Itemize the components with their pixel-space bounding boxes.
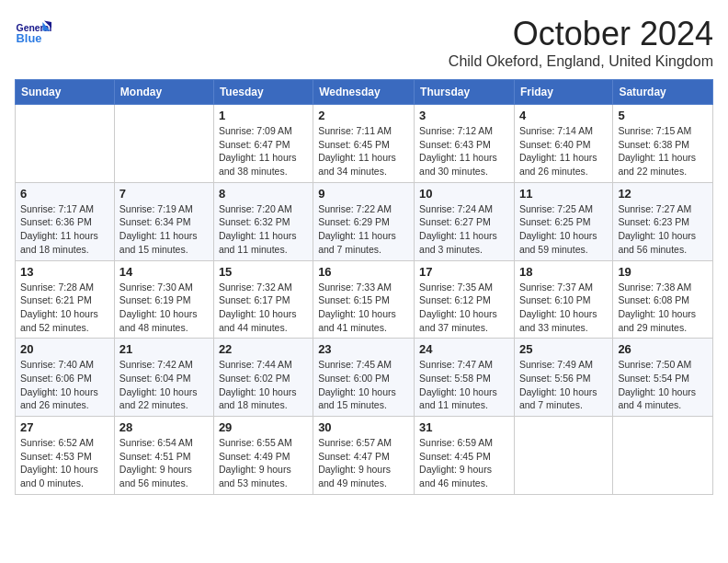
- day-info: Sunrise: 6:54 AM Sunset: 4:51 PM Dayligh…: [119, 436, 209, 490]
- header-thursday: Thursday: [415, 80, 515, 105]
- calendar-cell: [514, 417, 612, 495]
- header-saturday: Saturday: [613, 80, 713, 105]
- header-monday: Monday: [114, 80, 213, 105]
- day-number: 18: [519, 265, 608, 279]
- page-header: General Blue October 2024 Child Okeford,…: [15, 15, 713, 70]
- calendar-cell: [613, 417, 713, 495]
- calendar-header: SundayMondayTuesdayWednesdayThursdayFrid…: [16, 80, 713, 105]
- calendar-cell: [16, 105, 115, 183]
- day-info: Sunrise: 7:44 AM Sunset: 6:02 PM Dayligh…: [219, 358, 308, 412]
- calendar-cell: 1Sunrise: 7:09 AM Sunset: 6:47 PM Daylig…: [213, 105, 313, 183]
- calendar-cell: 21Sunrise: 7:42 AM Sunset: 6:04 PM Dayli…: [114, 339, 213, 417]
- calendar-cell: 16Sunrise: 7:33 AM Sunset: 6:15 PM Dayli…: [313, 260, 415, 339]
- day-number: 21: [119, 342, 209, 356]
- calendar-cell: 12Sunrise: 7:27 AM Sunset: 6:23 PM Dayli…: [613, 182, 713, 260]
- svg-text:Blue: Blue: [17, 31, 42, 45]
- calendar-cell: 25Sunrise: 7:49 AM Sunset: 5:56 PM Dayli…: [514, 339, 612, 417]
- day-number: 24: [419, 342, 509, 356]
- day-info: Sunrise: 6:52 AM Sunset: 4:53 PM Dayligh…: [20, 436, 109, 490]
- day-info: Sunrise: 7:28 AM Sunset: 6:21 PM Dayligh…: [20, 281, 109, 335]
- calendar-cell: 27Sunrise: 6:52 AM Sunset: 4:53 PM Dayli…: [16, 417, 115, 495]
- calendar-cell: 31Sunrise: 6:59 AM Sunset: 4:45 PM Dayli…: [415, 417, 515, 495]
- day-info: Sunrise: 7:47 AM Sunset: 5:58 PM Dayligh…: [419, 358, 509, 412]
- calendar-cell: 8Sunrise: 7:20 AM Sunset: 6:32 PM Daylig…: [213, 182, 313, 260]
- calendar-cell: 30Sunrise: 6:57 AM Sunset: 4:47 PM Dayli…: [313, 417, 415, 495]
- header-friday: Friday: [514, 80, 612, 105]
- day-number: 26: [618, 342, 708, 356]
- day-info: Sunrise: 7:40 AM Sunset: 6:06 PM Dayligh…: [20, 358, 109, 412]
- week-row-4: 27Sunrise: 6:52 AM Sunset: 4:53 PM Dayli…: [16, 417, 713, 495]
- week-row-2: 13Sunrise: 7:28 AM Sunset: 6:21 PM Dayli…: [16, 260, 713, 339]
- day-info: Sunrise: 6:55 AM Sunset: 4:49 PM Dayligh…: [219, 436, 308, 490]
- day-info: Sunrise: 7:49 AM Sunset: 5:56 PM Dayligh…: [519, 358, 608, 412]
- calendar-cell: 5Sunrise: 7:15 AM Sunset: 6:38 PM Daylig…: [613, 105, 713, 183]
- day-number: 14: [119, 265, 209, 279]
- day-info: Sunrise: 7:14 AM Sunset: 6:40 PM Dayligh…: [519, 124, 608, 178]
- header-tuesday: Tuesday: [213, 80, 313, 105]
- day-number: 16: [318, 265, 409, 279]
- calendar-cell: [114, 105, 213, 183]
- day-info: Sunrise: 7:19 AM Sunset: 6:34 PM Dayligh…: [119, 202, 209, 257]
- day-number: 8: [219, 187, 308, 201]
- day-number: 25: [519, 342, 608, 356]
- day-number: 3: [419, 109, 509, 122]
- calendar-cell: 20Sunrise: 7:40 AM Sunset: 6:06 PM Dayli…: [16, 339, 115, 417]
- day-info: Sunrise: 7:42 AM Sunset: 6:04 PM Dayligh…: [119, 358, 209, 412]
- calendar-cell: 22Sunrise: 7:44 AM Sunset: 6:02 PM Dayli…: [213, 339, 313, 417]
- location-subtitle: Child Okeford, England, United Kingdom: [449, 53, 713, 70]
- day-number: 19: [618, 265, 708, 279]
- day-info: Sunrise: 7:17 AM Sunset: 6:36 PM Dayligh…: [20, 202, 109, 257]
- calendar-cell: 29Sunrise: 6:55 AM Sunset: 4:49 PM Dayli…: [213, 417, 313, 495]
- title-section: October 2024 Child Okeford, England, Uni…: [449, 15, 713, 70]
- calendar-cell: 15Sunrise: 7:32 AM Sunset: 6:17 PM Dayli…: [213, 260, 313, 339]
- day-number: 7: [119, 187, 209, 201]
- day-number: 2: [318, 109, 409, 122]
- calendar-cell: 6Sunrise: 7:17 AM Sunset: 6:36 PM Daylig…: [16, 182, 115, 260]
- day-number: 27: [20, 420, 109, 434]
- day-number: 20: [20, 342, 109, 356]
- day-info: Sunrise: 7:15 AM Sunset: 6:38 PM Dayligh…: [618, 124, 708, 178]
- day-info: Sunrise: 7:11 AM Sunset: 6:45 PM Dayligh…: [318, 124, 409, 178]
- day-info: Sunrise: 7:27 AM Sunset: 6:23 PM Dayligh…: [618, 202, 708, 257]
- header-row: SundayMondayTuesdayWednesdayThursdayFrid…: [16, 80, 713, 105]
- day-number: 31: [419, 420, 509, 434]
- calendar-cell: 13Sunrise: 7:28 AM Sunset: 6:21 PM Dayli…: [16, 260, 115, 339]
- calendar-cell: 2Sunrise: 7:11 AM Sunset: 6:45 PM Daylig…: [313, 105, 415, 183]
- day-info: Sunrise: 7:45 AM Sunset: 6:00 PM Dayligh…: [318, 358, 409, 412]
- calendar-cell: 28Sunrise: 6:54 AM Sunset: 4:51 PM Dayli…: [114, 417, 213, 495]
- day-info: Sunrise: 7:25 AM Sunset: 6:25 PM Dayligh…: [519, 202, 608, 257]
- day-number: 1: [219, 109, 308, 122]
- calendar-cell: 10Sunrise: 7:24 AM Sunset: 6:27 PM Dayli…: [415, 182, 515, 260]
- day-number: 23: [318, 342, 409, 356]
- calendar-cell: 17Sunrise: 7:35 AM Sunset: 6:12 PM Dayli…: [415, 260, 515, 339]
- day-info: Sunrise: 7:32 AM Sunset: 6:17 PM Dayligh…: [219, 281, 308, 335]
- day-number: 13: [20, 265, 109, 279]
- day-info: Sunrise: 6:57 AM Sunset: 4:47 PM Dayligh…: [318, 436, 409, 490]
- logo: General Blue: [15, 15, 55, 52]
- calendar-table: SundayMondayTuesdayWednesdayThursdayFrid…: [15, 79, 713, 495]
- day-info: Sunrise: 6:59 AM Sunset: 4:45 PM Dayligh…: [419, 436, 509, 490]
- header-wednesday: Wednesday: [313, 80, 415, 105]
- day-info: Sunrise: 7:50 AM Sunset: 5:54 PM Dayligh…: [618, 358, 708, 412]
- calendar-cell: 9Sunrise: 7:22 AM Sunset: 6:29 PM Daylig…: [313, 182, 415, 260]
- day-number: 6: [20, 187, 109, 201]
- calendar-cell: 23Sunrise: 7:45 AM Sunset: 6:00 PM Dayli…: [313, 339, 415, 417]
- day-number: 5: [618, 109, 708, 122]
- day-number: 4: [519, 109, 608, 122]
- day-number: 29: [219, 420, 308, 434]
- day-info: Sunrise: 7:24 AM Sunset: 6:27 PM Dayligh…: [419, 202, 509, 257]
- week-row-1: 6Sunrise: 7:17 AM Sunset: 6:36 PM Daylig…: [16, 182, 713, 260]
- calendar-cell: 18Sunrise: 7:37 AM Sunset: 6:10 PM Dayli…: [514, 260, 612, 339]
- week-row-3: 20Sunrise: 7:40 AM Sunset: 6:06 PM Dayli…: [16, 339, 713, 417]
- day-number: 15: [219, 265, 308, 279]
- day-info: Sunrise: 7:37 AM Sunset: 6:10 PM Dayligh…: [519, 281, 608, 335]
- month-title: October 2024: [449, 15, 713, 53]
- day-info: Sunrise: 7:33 AM Sunset: 6:15 PM Dayligh…: [318, 281, 409, 335]
- day-info: Sunrise: 7:30 AM Sunset: 6:19 PM Dayligh…: [119, 281, 209, 335]
- day-number: 10: [419, 187, 509, 201]
- calendar-cell: 19Sunrise: 7:38 AM Sunset: 6:08 PM Dayli…: [613, 260, 713, 339]
- day-number: 12: [618, 187, 708, 201]
- logo-icon: General Blue: [15, 15, 51, 52]
- calendar-cell: 7Sunrise: 7:19 AM Sunset: 6:34 PM Daylig…: [114, 182, 213, 260]
- day-number: 9: [318, 187, 409, 201]
